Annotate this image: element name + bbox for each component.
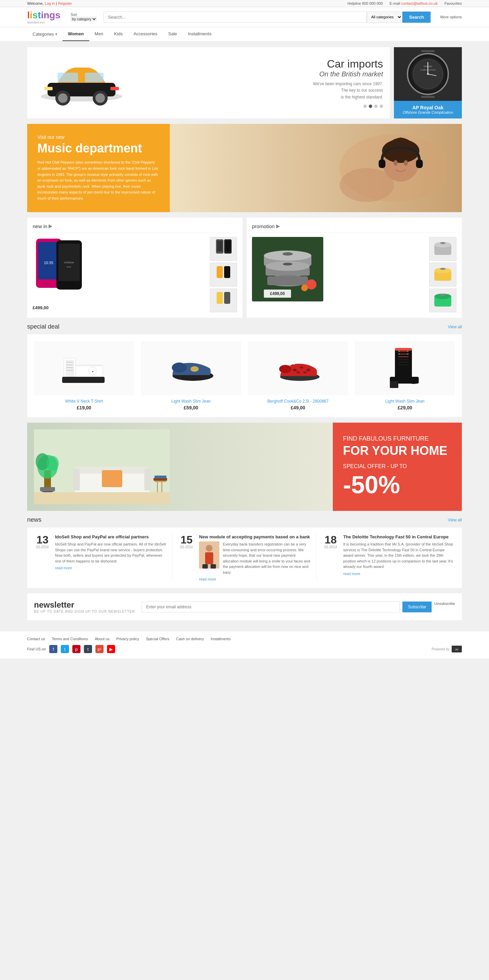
powered-logo-icon: IAI bbox=[452, 646, 462, 652]
svg-rect-42 bbox=[224, 266, 230, 278]
newsletter-label: newsletter BE UP TO DATE AND SIGN UP TO … bbox=[34, 600, 135, 613]
hero-dot-2[interactable] bbox=[369, 105, 372, 108]
phone-small-2[interactable] bbox=[210, 263, 237, 286]
svg-rect-120 bbox=[161, 482, 162, 492]
sort-select[interactable]: by category bbox=[71, 17, 97, 21]
news-month-1: 02-2014 bbox=[34, 545, 51, 549]
svg-point-90 bbox=[279, 365, 291, 373]
news-read-more-3[interactable]: read more bbox=[343, 572, 455, 576]
logo[interactable]: listings standard.evo bbox=[27, 10, 61, 24]
footer-offers[interactable]: Special Offers bbox=[146, 637, 169, 641]
pinterest-icon[interactable]: p bbox=[72, 645, 80, 653]
furniture-title: FOR YOUR HOME bbox=[343, 444, 452, 458]
svg-rect-7 bbox=[85, 73, 104, 82]
watch-brand: AP Royal Oak bbox=[398, 105, 458, 110]
hero-subtitle: On the British market bbox=[313, 70, 383, 78]
hero-dot-1[interactable] bbox=[363, 105, 367, 108]
pot-small-3[interactable] bbox=[429, 288, 456, 312]
email-link[interactable]: contact@withus.co.uk bbox=[401, 2, 437, 5]
svg-point-89 bbox=[303, 371, 307, 374]
news-read-more-2[interactable]: read more bbox=[199, 577, 311, 581]
hero-section: Car imports On the British market We've … bbox=[27, 47, 462, 118]
svg-rect-38 bbox=[217, 241, 222, 251]
login-link[interactable]: Log in bbox=[45, 2, 55, 5]
top-bar-left: Welcome, Log in | Register bbox=[27, 2, 72, 5]
svg-point-5 bbox=[96, 93, 105, 103]
phone-small-3[interactable] bbox=[210, 288, 237, 312]
news-date-1: 13 02-2014 bbox=[34, 534, 51, 581]
footer-terms[interactable]: Terms and Conditions bbox=[52, 637, 88, 641]
svg-rect-128 bbox=[210, 564, 216, 569]
product-img-3[interactable] bbox=[248, 341, 348, 396]
header: listings standard.evo Sort by category A… bbox=[0, 7, 489, 27]
footer-contact[interactable]: Contact us bbox=[27, 637, 45, 641]
nav-kids[interactable]: Kids bbox=[109, 27, 128, 41]
new-in-main: 10:35 XPERIA Sony £499,00 bbox=[33, 237, 207, 312]
news-2-inner: Everyday bank transfers registration can… bbox=[199, 541, 311, 575]
special-deal-view-all[interactable]: View all bbox=[448, 325, 462, 329]
footer-privacy[interactable]: Privacy policy bbox=[116, 637, 139, 641]
facebook-icon[interactable]: f bbox=[49, 645, 57, 653]
top-bar-right: Helpline 800 000 000 E-mail contact@with… bbox=[347, 2, 462, 5]
footer-installments[interactable]: Installments bbox=[210, 637, 231, 641]
svg-rect-18 bbox=[421, 96, 435, 98]
phone-main-svg: 10:35 XPERIA Sony bbox=[33, 237, 94, 301]
svg-point-24 bbox=[404, 160, 408, 165]
product-img-4[interactable] bbox=[355, 341, 455, 396]
hero-dot-3[interactable] bbox=[374, 105, 378, 108]
svg-rect-121 bbox=[153, 478, 167, 480]
pot-small-1[interactable] bbox=[429, 237, 456, 261]
new-in-side bbox=[210, 237, 237, 312]
product-img-1[interactable]: ★ bbox=[34, 341, 134, 396]
register-link[interactable]: Register bbox=[58, 2, 72, 5]
nav-men[interactable]: Men bbox=[89, 27, 109, 41]
svg-point-110 bbox=[46, 456, 59, 471]
search-input[interactable] bbox=[104, 11, 367, 23]
product-img-2[interactable] bbox=[141, 341, 241, 396]
tumblr-icon[interactable]: t bbox=[84, 645, 92, 653]
svg-point-83 bbox=[172, 363, 187, 373]
product-name-3[interactable]: Berghoff Cook&Co 2,5l - 2800867 bbox=[248, 399, 348, 404]
nav-women[interactable]: Women bbox=[62, 27, 89, 41]
music-text: Visit our new Music department Red Hot C… bbox=[27, 124, 170, 212]
product-name-2[interactable]: Light Wash Slim Jean bbox=[141, 399, 241, 404]
googleplus-icon[interactable]: g+ bbox=[96, 645, 104, 653]
more-options[interactable]: More options bbox=[440, 14, 462, 19]
footer-cod[interactable]: Cash on delivery bbox=[176, 637, 204, 641]
news-date-3: 18 02-2014 bbox=[322, 534, 339, 581]
footer-bottom: Find US on f t p t g+ ▶ Powered by IAI bbox=[27, 645, 462, 653]
hero-watch: GRAND COMPLICATION bbox=[394, 47, 462, 101]
news-view-all[interactable]: View all bbox=[448, 518, 462, 522]
newsletter-email-input[interactable] bbox=[142, 601, 400, 612]
email-info: E-mail contact@withus.co.uk bbox=[390, 2, 437, 5]
svg-rect-99 bbox=[390, 381, 398, 388]
twitter-icon[interactable]: t bbox=[61, 645, 69, 653]
nav-accessories[interactable]: Accessories bbox=[128, 27, 162, 41]
logo-text: listings bbox=[27, 10, 61, 21]
svg-rect-119 bbox=[157, 482, 158, 492]
pot-small-2[interactable] bbox=[429, 263, 456, 286]
music-title: Music department bbox=[37, 141, 159, 156]
newsletter-form: Subscribe Unsubscribe bbox=[142, 601, 455, 612]
svg-text:IAI: IAI bbox=[455, 648, 459, 651]
unsubscribe-link[interactable]: Unsubscribe bbox=[434, 601, 455, 612]
hero-title: Car imports bbox=[313, 58, 383, 70]
news-read-more-1[interactable]: read more bbox=[55, 566, 167, 570]
category-select[interactable]: All categories bbox=[367, 11, 402, 23]
product-card-3: Berghoff Cook&Co 2,5l - 2800867 £49,00 bbox=[248, 341, 348, 410]
hero-car-image bbox=[34, 54, 129, 112]
news-title-1: IdoSell Shop and PayPal are official par… bbox=[55, 534, 167, 539]
hero-dot-4[interactable] bbox=[380, 105, 383, 108]
nav-categories[interactable]: Categories bbox=[27, 27, 62, 41]
product-name-4[interactable]: Light Wash Slim Jean bbox=[355, 399, 455, 404]
nav-installments[interactable]: Installments bbox=[182, 27, 217, 41]
nav-sale[interactable]: Sale bbox=[162, 27, 182, 41]
search-button[interactable]: Search bbox=[402, 11, 431, 23]
favourites-link[interactable]: Favourites bbox=[444, 2, 462, 5]
product-name-1[interactable]: White V Neck T-Shirt bbox=[34, 399, 134, 404]
youtube-icon[interactable]: ▶ bbox=[107, 645, 115, 653]
phone-small-1[interactable] bbox=[210, 237, 237, 261]
subscribe-button[interactable]: Subscribe bbox=[402, 601, 431, 612]
footer-about[interactable]: About us bbox=[95, 637, 109, 641]
new-in-title: new in ▶ bbox=[33, 223, 237, 233]
